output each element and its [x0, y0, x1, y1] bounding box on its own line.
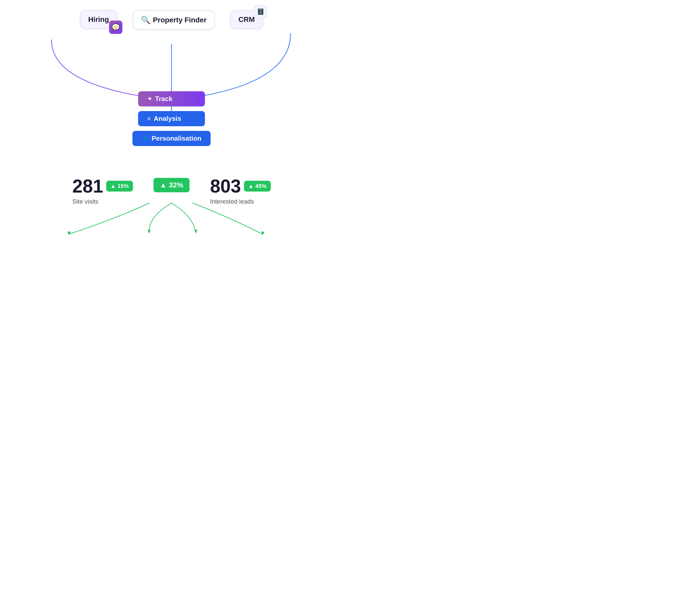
svg-marker-5 — [148, 230, 151, 234]
crm-db-icon: 🗄️ — [254, 5, 267, 19]
interested-leads-badge: ▲ 45% — [244, 181, 271, 192]
analysis-button[interactable]: ≡ Analysis — [138, 111, 205, 126]
personalisation-icon: 👤 — [142, 135, 149, 142]
site-visits-badge: ▲ 15% — [106, 181, 133, 192]
interested-leads-percent: 45% — [255, 183, 267, 190]
site-visits-up-icon: ▲ — [110, 183, 116, 190]
source-card-property-finder: 🔍 Property Finder — [133, 10, 215, 29]
svg-marker-7 — [261, 232, 264, 235]
site-visits-main: 281 ▲ 15% — [72, 177, 133, 195]
crm-label: CRM — [238, 16, 255, 24]
track-label: Track — [155, 95, 173, 103]
interested-leads-up-icon: ▲ — [248, 183, 254, 190]
center-percent: 32% — [169, 181, 183, 189]
sources-row: Hiring 💬 ⭐ 🔍 Property Finder 🗄️ CRM — [0, 0, 343, 29]
svg-marker-4 — [67, 232, 71, 235]
hiring-badge-icon: 💬 ⭐ — [109, 21, 123, 34]
stat-site-visits: 281 ▲ 15% Site visits — [72, 177, 133, 205]
interested-leads-main: 803 ▲ 45% — [210, 177, 271, 195]
site-visits-label: Site visits — [72, 198, 98, 205]
site-visits-number: 281 — [72, 177, 103, 195]
track-icon: ✦ — [147, 96, 152, 102]
property-finder-search-icon: 🔍 — [141, 16, 150, 24]
site-visits-percent: 15% — [117, 183, 129, 190]
track-button[interactable]: ✦ Track — [138, 91, 205, 106]
svg-marker-6 — [194, 230, 197, 234]
stats-section: 281 ▲ 15% Site visits ▲ 32% 803 ▲ 45% In… — [0, 177, 343, 205]
stat-interested-leads: 803 ▲ 45% Interested leads — [210, 177, 271, 205]
interested-leads-label: Interested leads — [210, 198, 254, 205]
analysis-icon: ≡ — [147, 115, 151, 122]
hiring-label: Hiring — [88, 16, 109, 24]
stat-center: ▲ 32% — [154, 178, 190, 205]
features-section: ✦ Track ≡ Analysis 👤 Personalisation — [0, 91, 343, 146]
personalisation-label: Personalisation — [152, 134, 202, 142]
analysis-label: Analysis — [154, 115, 181, 123]
center-badge: ▲ 32% — [154, 178, 190, 192]
property-finder-label: Property Finder — [153, 16, 206, 24]
source-card-crm: 🗄️ CRM — [230, 10, 263, 29]
interested-leads-number: 803 — [210, 177, 241, 195]
center-up-icon: ▲ — [160, 181, 167, 189]
source-card-hiring: Hiring 💬 ⭐ — [80, 10, 117, 29]
personalisation-button[interactable]: 👤 Personalisation — [132, 131, 211, 146]
